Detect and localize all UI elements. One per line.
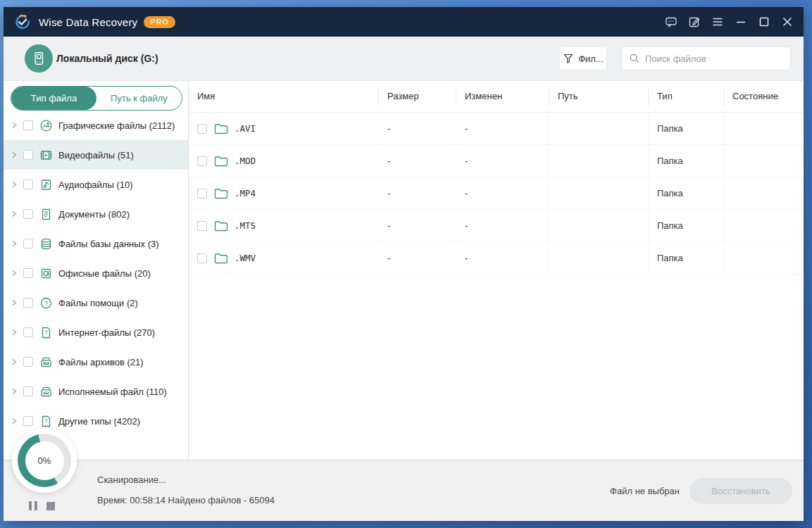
svg-text:EXE: EXE: [44, 391, 49, 394]
image-file-icon: [39, 119, 53, 132]
file-modified-cell: -: [456, 113, 549, 144]
tab-file-type[interactable]: Тип файла: [11, 87, 96, 110]
search-input[interactable]: [645, 54, 783, 64]
edit-icon[interactable]: [688, 15, 701, 28]
file-path-cell: [549, 177, 649, 209]
chevron-right-icon[interactable]: [11, 329, 18, 336]
checkbox[interactable]: [23, 268, 33, 278]
column-header[interactable]: Размер: [379, 86, 456, 107]
table-row[interactable]: .MP4--Папка: [189, 177, 804, 210]
sidebar-item-label: Офисные файлы (20): [58, 268, 151, 279]
filter-button-label: Фил...: [578, 54, 604, 64]
sidebar-item-video-files[interactable]: Видеофайлы (51): [4, 140, 188, 170]
checkbox[interactable]: [23, 298, 33, 308]
chevron-right-icon[interactable]: [11, 417, 18, 425]
chevron-right-icon[interactable]: [11, 181, 18, 188]
checkbox[interactable]: [197, 221, 207, 231]
file-type-cell: Папка: [649, 210, 724, 241]
sidebar-item-graphic-files[interactable]: Графические файлы (2112): [4, 111, 188, 140]
table-row[interactable]: .MTS--Папка: [189, 210, 804, 242]
chevron-right-icon[interactable]: [11, 240, 18, 247]
column-header[interactable]: Имя: [189, 86, 379, 107]
internet-file-icon: ?: [39, 326, 53, 339]
chevron-right-icon[interactable]: [11, 210, 18, 218]
sidebar-item-audio-files[interactable]: Аудиофайлы (10): [4, 170, 188, 199]
file-size-cell: -: [379, 113, 456, 144]
checkbox[interactable]: [23, 239, 33, 249]
search-box[interactable]: [621, 46, 791, 70]
checkbox[interactable]: [23, 180, 33, 189]
column-header[interactable]: Путь: [549, 86, 649, 107]
scan-status-text: Сканирование...: [97, 474, 166, 485]
table-row[interactable]: .AVI--Папка: [189, 113, 804, 145]
folder-icon: [214, 252, 228, 264]
file-modified-cell: -: [456, 210, 549, 241]
checkbox[interactable]: [197, 156, 207, 166]
statusbar: 0% Сканирование... Время: 00:58:14 Найде…: [4, 460, 804, 521]
file-state-cell: [724, 242, 804, 274]
progress-circle: 0%: [12, 428, 77, 493]
folder-icon: [214, 187, 228, 199]
chevron-right-icon[interactable]: [11, 299, 18, 306]
database-file-icon: [39, 237, 53, 251]
checkbox[interactable]: [23, 209, 33, 219]
table-row[interactable]: .MOD--Папка: [189, 145, 804, 177]
column-header[interactable]: Тип: [649, 86, 724, 107]
checkbox[interactable]: [197, 189, 207, 199]
chevron-right-icon[interactable]: [11, 388, 18, 395]
checkbox[interactable]: [197, 124, 207, 134]
pause-button[interactable]: [29, 501, 37, 510]
column-header[interactable]: Изменен: [456, 86, 549, 107]
checkbox[interactable]: [23, 120, 33, 130]
file-state-cell: [724, 210, 804, 241]
file-state-cell: [724, 177, 804, 209]
file-name-cell: .MOD: [189, 145, 379, 177]
stop-button[interactable]: [46, 502, 55, 510]
app-logo-icon: [13, 13, 32, 31]
drive-icon[interactable]: [25, 44, 53, 73]
file-state-cell: [724, 113, 804, 144]
maximize-icon[interactable]: [758, 15, 770, 28]
titlebar: Wise Data Recovery PRO: [4, 7, 804, 37]
close-icon[interactable]: [781, 15, 794, 28]
checkbox[interactable]: [23, 386, 33, 396]
sidebar-item-label: Аудиофайлы (10): [58, 180, 133, 190]
file-path-cell: [549, 242, 649, 274]
checkbox[interactable]: [23, 150, 33, 160]
chevron-right-icon[interactable]: [11, 270, 18, 277]
sidebar-item-label: Интернет-файлы (270): [58, 327, 155, 338]
sidebar-item-archive-files[interactable]: ZIPФайлы архивов (21): [4, 347, 188, 377]
sidebar-item-internet-files[interactable]: ?Интернет-файлы (270): [4, 318, 188, 347]
file-name-cell: .AVI: [189, 113, 379, 144]
other-file-icon: ?: [39, 415, 53, 428]
chevron-right-icon[interactable]: [11, 151, 18, 158]
file-name: .MOD: [235, 156, 256, 166]
file-name: .MTS: [235, 220, 256, 231]
minimize-icon[interactable]: [735, 15, 747, 28]
svg-text:?: ?: [44, 299, 48, 306]
checkbox[interactable]: [197, 253, 207, 263]
sidebar-item-documents[interactable]: Документы (802): [4, 199, 188, 229]
checkbox[interactable]: [23, 357, 33, 367]
tab-file-path[interactable]: Путь к файлу: [96, 87, 182, 110]
chevron-right-icon[interactable]: [11, 358, 18, 365]
sidebar-item-executable-files[interactable]: EXEИсполняемый файл (110): [4, 377, 188, 406]
menu-icon[interactable]: [711, 15, 724, 28]
table-body: .AVI--Папка.MOD--Папка.MP4--Папка.MTS--П…: [189, 113, 804, 275]
sidebar-item-help-files[interactable]: ?Файлы помощи (2): [4, 288, 188, 318]
table-row[interactable]: .WMV--Папка: [189, 242, 804, 275]
sidebar-item-office-files[interactable]: Офисные файлы (20): [4, 258, 188, 288]
filter-button[interactable]: Фил...: [559, 46, 607, 70]
checkbox[interactable]: [23, 416, 33, 426]
sidebar: Тип файла Путь к файлу Графические файлы…: [4, 81, 189, 460]
office-file-icon: [39, 267, 53, 280]
feedback-icon[interactable]: [665, 15, 677, 28]
chevron-right-icon[interactable]: [11, 122, 18, 129]
folder-icon: [214, 220, 228, 232]
restore-button[interactable]: Восстановить: [689, 478, 792, 504]
checkbox[interactable]: [23, 327, 33, 337]
column-header[interactable]: Состояние: [724, 86, 804, 107]
file-type-cell: Папка: [649, 242, 724, 274]
table-header: ИмяРазмерИзмененПутьТипСостояние: [189, 81, 804, 113]
sidebar-item-database-files[interactable]: Файлы базы данных (3): [4, 229, 188, 258]
